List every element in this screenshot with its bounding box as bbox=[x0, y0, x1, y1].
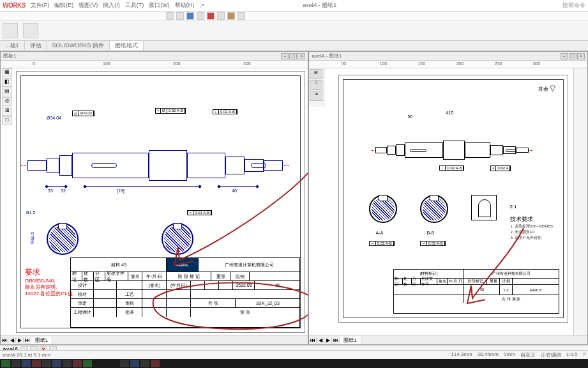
status-layer[interactable]: 正在编辑 bbox=[541, 351, 561, 358]
pane-left: 图板1 – □ × 0 100 200 300 ▦ ◧ ▤ ◎ ⊞ □ bbox=[0, 51, 308, 345]
taskbar-app-icon[interactable] bbox=[73, 360, 82, 367]
tb2-h: 处数 bbox=[403, 279, 412, 284]
pane-right-side-panel[interactable] bbox=[573, 68, 587, 335]
taskbar-start-icon[interactable] bbox=[1, 360, 10, 367]
taskbar-app-icon[interactable] bbox=[151, 360, 160, 367]
search-box[interactable]: 搜索命令 bbox=[562, 1, 585, 10]
sheet-nav-last-icon[interactable]: ⏭ bbox=[332, 337, 340, 343]
tb-h: 更改文件号 bbox=[105, 272, 128, 280]
status-y: 30.45mm bbox=[478, 351, 499, 358]
menu-edit[interactable]: 编辑(E) bbox=[54, 1, 73, 10]
keyway-slot bbox=[91, 163, 117, 168]
sheet-tab[interactable]: 图纸1 bbox=[340, 337, 361, 344]
sheet-nav-next-icon[interactable]: ▶ bbox=[16, 337, 24, 343]
taskbar-app-icon[interactable] bbox=[63, 360, 72, 367]
pane-left-max-icon[interactable]: □ bbox=[289, 53, 297, 59]
menu-extra-icon[interactable]: ↗ bbox=[199, 2, 204, 9]
view-tool-icon[interactable]: □ bbox=[2, 116, 12, 125]
statusbar: axelA 20.1 at 5.1 mm 114.3mm 30.45mm 0mm… bbox=[0, 350, 588, 359]
app-logo: WORKS bbox=[3, 2, 26, 9]
tb-cell: 工程师计 bbox=[71, 308, 94, 317]
pane-right-canvas[interactable]: 其余 ▽ bbox=[326, 68, 587, 335]
tb-h: 比例 bbox=[230, 272, 250, 280]
sheet-nav-prev-icon[interactable]: ◀ bbox=[8, 337, 16, 343]
menu-file[interactable]: 文件(F) bbox=[31, 1, 50, 10]
red-req-title: 要求 bbox=[25, 268, 74, 278]
pane-left-close-icon[interactable]: × bbox=[298, 53, 305, 59]
tool-options-icon[interactable] bbox=[217, 12, 225, 20]
tab-sheet-format[interactable]: 图纸格式 bbox=[110, 41, 144, 50]
tool-settings-icon[interactable] bbox=[237, 12, 245, 20]
keyway-slot bbox=[506, 149, 516, 152]
red-req-line: 12027,各位置的CL值. bbox=[25, 291, 74, 297]
taskbar-app-icon[interactable] bbox=[130, 360, 139, 367]
tab-evaluate[interactable]: 评估 bbox=[25, 41, 47, 50]
taskbar-app-icon[interactable] bbox=[42, 360, 51, 367]
taskbar-app-icon[interactable] bbox=[22, 360, 31, 367]
ruler-tick: 300 bbox=[243, 61, 251, 66]
sheet-tab[interactable]: 图纸1 bbox=[31, 337, 52, 344]
red-req-line: GB6830-240, bbox=[25, 278, 74, 284]
sheet-nav-last-icon[interactable]: ⏭ bbox=[24, 337, 31, 343]
tb-weight: 3532.08 bbox=[233, 281, 255, 289]
window-title: axelA - 图纸1 bbox=[303, 1, 336, 10]
red-req-line: 除非另有说明, bbox=[25, 284, 74, 291]
menu-insert[interactable]: 插入(I) bbox=[103, 1, 120, 10]
tree-icon[interactable]: ▤ bbox=[310, 69, 322, 79]
tool-print-icon[interactable] bbox=[197, 12, 204, 20]
tool-color-icon[interactable] bbox=[227, 12, 235, 20]
pane-left-min-icon[interactable]: – bbox=[281, 53, 289, 59]
technical-requirements: 技术要求 1. 调质处理200~230HBS 2. 未注圆角R1 3. 表面不允… bbox=[510, 215, 553, 241]
ribbon-format-icon[interactable] bbox=[23, 23, 38, 38]
taskbar-app-icon[interactable] bbox=[120, 360, 129, 367]
tb2-h: 比例 bbox=[500, 279, 513, 284]
pane-left-canvas[interactable]: Ø34.04 ◎Ø 0.02 ⌖Ø0.02 A-B ⟂0.02 A-B 33 3… bbox=[13, 68, 308, 335]
taskbar-app-icon[interactable] bbox=[32, 360, 41, 367]
taskbar-app-icon[interactable] bbox=[83, 360, 92, 367]
tool-save-icon[interactable] bbox=[186, 12, 194, 20]
pane-right-min-icon[interactable]: – bbox=[561, 53, 568, 59]
tb-cell: 设计 bbox=[71, 281, 94, 289]
ruler-tick: 250 bbox=[494, 61, 502, 66]
tb-cell: 批准 bbox=[117, 308, 142, 317]
tool-open-icon[interactable] bbox=[176, 12, 184, 20]
status-mode[interactable]: 自定义 bbox=[520, 351, 536, 358]
sheet-nav-prev-icon[interactable]: ◀ bbox=[317, 337, 324, 343]
tab-sheet[interactable]: ...板1 bbox=[0, 41, 25, 50]
menu-help[interactable]: 帮助(H) bbox=[175, 1, 195, 10]
dim-label: Ra1.6 bbox=[30, 232, 34, 244]
ruler-tick: 150 bbox=[418, 61, 425, 66]
tool-rebuild-icon[interactable] bbox=[207, 12, 215, 20]
section-label: B-B bbox=[426, 231, 434, 235]
tool-new-icon[interactable] bbox=[166, 12, 174, 20]
sheet-nav-first-icon[interactable]: ⏮ bbox=[1, 337, 8, 343]
ribbon-sheet-icon[interactable] bbox=[3, 23, 18, 38]
rest-symbol: 其余 ▽ bbox=[538, 84, 555, 93]
status-help-icon[interactable]: ? bbox=[583, 351, 585, 358]
taskbar-app-icon[interactable] bbox=[11, 360, 20, 367]
sheet-nav-first-icon[interactable]: ⏮ bbox=[309, 337, 317, 343]
tb-h: 年·月·日 bbox=[142, 272, 167, 280]
tab-addins[interactable]: SOLIDWORKS 插件 bbox=[47, 41, 110, 50]
taskbar-app-icon[interactable] bbox=[52, 360, 61, 367]
pane-right-max-icon[interactable]: □ bbox=[569, 53, 577, 59]
tb-cell: (签名) bbox=[142, 281, 167, 289]
view-tool-icon[interactable]: ▤ bbox=[2, 88, 12, 96]
ruler-tick: 100 bbox=[103, 61, 110, 66]
tree-icon[interactable]: □ bbox=[310, 80, 322, 90]
ruler-tick: 50 bbox=[341, 61, 346, 66]
menu-tools[interactable]: 工具(T) bbox=[125, 1, 144, 10]
menu-view[interactable]: 视图(V) bbox=[79, 1, 98, 10]
taskbar-app-icon[interactable] bbox=[140, 360, 149, 367]
view-tool-icon[interactable]: ◧ bbox=[2, 78, 12, 87]
pane-left-tabs: ⏮ ◀ ▶ ⏭ 图纸1 bbox=[1, 335, 308, 344]
view-tool-icon[interactable]: ◎ bbox=[2, 97, 12, 106]
menu-window[interactable]: 窗口(W) bbox=[149, 1, 170, 10]
view-tool-icon[interactable]: ▦ bbox=[2, 68, 12, 77]
view-tool-icon[interactable]: ⊞ bbox=[2, 107, 12, 116]
pane-right-close-icon[interactable]: × bbox=[577, 53, 585, 59]
tree-icon[interactable]: ⊞ bbox=[310, 91, 322, 101]
status-zoom[interactable]: 1:0.5 bbox=[566, 351, 578, 358]
dim-label: 32 bbox=[61, 188, 66, 193]
sheet-nav-next-icon[interactable]: ▶ bbox=[324, 337, 332, 343]
